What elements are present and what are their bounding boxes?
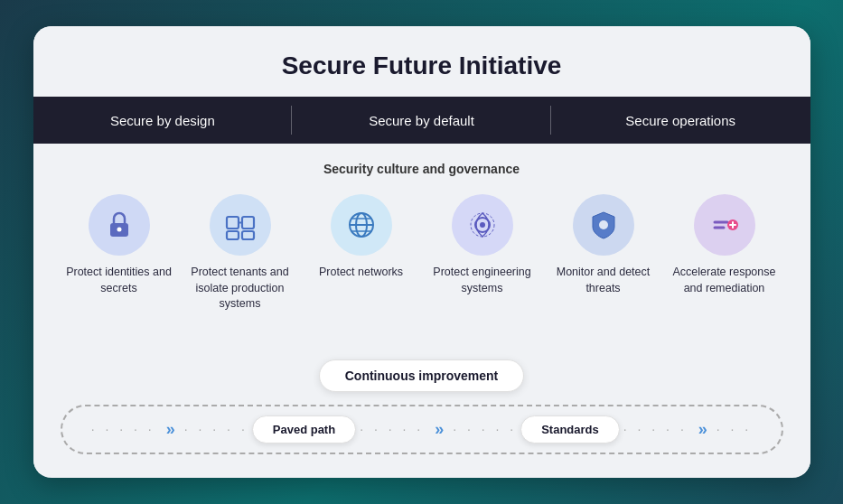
svg-point-15: [599, 220, 608, 229]
governance-label: Security culture and governance: [61, 162, 783, 176]
header-label-default: Secure by default: [369, 113, 474, 128]
header-label-operations: Secure operations: [625, 113, 735, 128]
icon-circle-identities: [89, 194, 150, 256]
continuous-row: Continuous improvement: [61, 359, 783, 392]
icon-item-networks: Protect networks: [307, 194, 416, 281]
svg-rect-5: [242, 231, 254, 239]
icon-label-monitor: Monitor and detect threats: [549, 265, 658, 296]
header-section-default: Secure by default: [292, 97, 551, 144]
standards-pill: Standards: [520, 415, 620, 443]
icon-label-engineering: Protect engineering systems: [428, 265, 537, 296]
icon-item-accelerate: Accelerate response and remediation: [670, 194, 779, 296]
icons-row: Protect identities and secrets Protect t…: [61, 194, 783, 313]
chevron-left: »: [166, 420, 173, 439]
svg-rect-2: [227, 217, 239, 229]
header-bar: Secure by design Secure by default Secur…: [33, 97, 810, 144]
engineering-icon: [465, 208, 500, 242]
icon-circle-engineering: [452, 194, 513, 256]
header-section-operations: Secure operations: [551, 97, 810, 144]
paved-path-pill: Paved path: [252, 415, 356, 443]
svg-point-1: [117, 228, 121, 232]
continuous-pill: Continuous improvement: [319, 359, 525, 392]
content-area: Security culture and governance Protect …: [33, 144, 810, 359]
icon-item-identities: Protect identities and secrets: [65, 194, 173, 296]
dots-mid-right: · · · · ·: [453, 422, 517, 436]
page-title: Secure Future Initiative: [33, 26, 810, 97]
tenants-icon: [222, 208, 258, 242]
svg-point-13: [480, 222, 485, 228]
network-icon: [344, 208, 379, 242]
dots-far-right: · · ·: [717, 422, 752, 436]
dots-mid-left: · · · · ·: [184, 422, 248, 436]
dots-left: · · · · ·: [91, 422, 155, 436]
accelerate-icon: [707, 208, 742, 242]
svg-rect-4: [227, 231, 239, 239]
icon-item-engineering: Protect engineering systems: [428, 194, 537, 296]
icon-label-accelerate: Accelerate response and remediation: [670, 265, 779, 296]
bottom-section: Continuous improvement · · · · · » · · ·…: [33, 359, 810, 474]
icon-circle-tenants: [210, 194, 271, 256]
dots-right: · · · · ·: [623, 422, 688, 436]
chevron-right: »: [698, 420, 706, 439]
header-label-design: Secure by design: [110, 113, 215, 128]
main-card: Secure Future Initiative Secure by desig…: [33, 26, 810, 478]
dots-mid: · · · · ·: [360, 422, 424, 436]
icon-circle-accelerate: [694, 194, 755, 256]
header-section-design: Secure by design: [33, 97, 293, 144]
icon-label-networks: Protect networks: [319, 265, 403, 281]
bottom-row: · · · · · » · · · · · Paved path · · · ·…: [61, 405, 783, 454]
icon-item-tenants: Protect tenants and isolate production s…: [186, 194, 295, 313]
svg-rect-3: [242, 217, 254, 229]
icon-circle-monitor: [573, 194, 634, 256]
chevron-mid: »: [435, 420, 442, 439]
shield-icon: [586, 208, 621, 242]
lock-icon: [102, 208, 136, 242]
icon-label-identities: Protect identities and secrets: [65, 265, 173, 296]
icon-circle-networks: [331, 194, 392, 256]
icon-item-monitor: Monitor and detect threats: [549, 194, 658, 296]
icon-label-tenants: Protect tenants and isolate production s…: [186, 265, 295, 313]
